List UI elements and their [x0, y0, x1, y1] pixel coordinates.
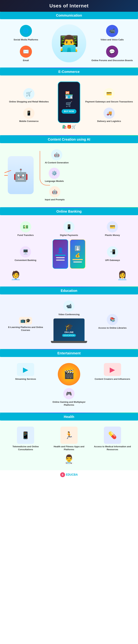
laptop-base: [51, 341, 87, 343]
digital-payments-item: 📱 Digital Payments: [49, 221, 90, 237]
ai-curve-decoration: [40, 151, 50, 186]
digital-payments-label: Digital Payments: [60, 234, 78, 237]
banking-header: Online Banking: [0, 208, 138, 215]
buy-button: BUY NOW: [62, 109, 76, 114]
upi-icon: 📲: [107, 246, 118, 258]
delivery-icon: 🚚: [104, 108, 115, 119]
mobile-commerce-icon: 📱: [23, 108, 34, 119]
medical-info-label: Access to Medical Information and Resour…: [92, 445, 133, 451]
social-media-item: 🌐 Social Media Platforms: [14, 25, 38, 41]
libraries-icon: 📚: [107, 314, 118, 325]
edu-center: 📹 Video Conferencing 🎓 ON-LINE EDUCATION: [49, 300, 90, 343]
convenient-banking-label: Convenient Banking: [15, 259, 36, 262]
ai-section: 🤖 🤖 AI Content Generation: [0, 143, 138, 207]
plastic-money-item: 💳 Plastic Money: [92, 221, 133, 237]
banking-section: 💵 Fund Transfers 📱 Digital Payments 💳 Pl…: [0, 215, 138, 286]
email-icon: ✉️: [20, 46, 32, 58]
streaming-icon: ▶: [17, 363, 34, 376]
health-fitness-item: 🏃 Health and Fitness Apps and Platforms …: [49, 426, 90, 464]
robot-illustration: 🤖: [5, 156, 36, 194]
telemedicine-item: 📱 Telemedicine and Online Consultations: [5, 426, 46, 451]
health-fitness-label: Health and Fitness Apps and Platforms: [49, 445, 90, 451]
input-prompts-label: Input and Prompts: [45, 198, 65, 201]
education-section: 📺🎓 E-Learning Platforms and Online Cours…: [0, 294, 138, 349]
education-header: Education: [0, 287, 138, 294]
gaming-icon: 🎮: [63, 388, 75, 399]
elearning-icon: 📺🎓: [19, 317, 32, 324]
logo-letter: E: [60, 472, 65, 477]
fund-transfers-item: 💵 Fund Transfers: [5, 221, 46, 237]
mobile-commerce-item: 📱 Mobile Commerce: [19, 108, 39, 123]
shop-icon: 🏪: [65, 91, 73, 99]
ai-header: Content Creation using AI: [0, 136, 138, 143]
digital-payments-icon: 📱: [63, 221, 75, 232]
video-calls-item: 📹 Video and Voice Calls: [101, 25, 124, 41]
person-illustration: 👨‍💻: [52, 24, 86, 62]
convenient-banking-item: 🖥️ Convenient Banking: [5, 246, 46, 262]
forums-label: Online Forums and Discussion Boards: [91, 59, 133, 62]
content-creators-icon: ▶: [104, 363, 121, 376]
edu-right: 📚 Access to Online Libraries: [92, 314, 133, 330]
video-calls-label: Video and Voice Calls: [101, 38, 124, 41]
medical-info-item: 💊 Access to Medical Information and Reso…: [92, 426, 133, 451]
fund-transfers-label: Fund Transfers: [17, 234, 34, 237]
plastic-money-icon: 💳: [107, 221, 118, 232]
video-conf-item: 📹 Video Conferencing: [58, 300, 80, 316]
libraries-label: Access to Online Libraries: [98, 326, 127, 330]
entertainment-header: Entertainment: [0, 350, 138, 357]
video-conf-label: Video Conferencing: [58, 313, 80, 316]
banking-people: 🧑‍💼 👩‍💼: [5, 270, 133, 280]
video-conf-icon: 📹: [63, 300, 75, 312]
online-shopping-item: 🛒 Online Shopping and Retail Websites: [9, 88, 49, 103]
communication-section: 🌐 Social Media Platforms ✉️ Email 👨‍💻 📹: [0, 19, 138, 68]
doctor-illustration: 👨‍⚕️: [64, 454, 74, 464]
telemedicine-label: Telemedicine and Online Consultations: [5, 445, 46, 451]
email-item: ✉️ Email: [20, 46, 32, 62]
brand-logo: E EDUCBA: [60, 472, 78, 477]
laptop-illustration: 🎓 ON-LINE EDUCATION: [51, 318, 87, 343]
entertainment-section: ▶ Streaming Services 🎬 🎮 Online Gaming a…: [0, 357, 138, 412]
social-media-icon: 🌐: [20, 25, 32, 37]
gaming-label: Online Gaming and Multiplayer Platforms: [49, 401, 90, 406]
medical-info-icon: 💊: [104, 426, 121, 444]
convenient-banking-icon: 🖥️: [20, 246, 31, 258]
streaming-label: Streaming Services: [15, 378, 36, 381]
forums-icon: 💬: [106, 46, 118, 58]
ecommerce-section: 🛒 Online Shopping and Retail Websites 📱 …: [0, 76, 138, 135]
elearning-label: E-Learning Platforms and Online Courses: [5, 326, 46, 332]
main-title: Uses of Internet: [0, 0, 138, 12]
banking-phones-illustration: 👤 ⬇️ 💰: [48, 239, 90, 269]
shopping-bags: 🛍️🎁🛒: [62, 125, 76, 129]
film-circle: 🎬: [58, 363, 80, 386]
ai-content-icon: 🤖: [51, 149, 62, 160]
upi-label: UPI Gateways: [105, 259, 120, 262]
payment-icon: 💳: [104, 88, 115, 99]
gaming-item: 🎮 Online Gaming and Multiplayer Platform…: [49, 388, 90, 406]
forums-item: 💬 Online Forums and Discussion Boards: [91, 46, 133, 62]
input-prompts-icon: 🤖: [49, 186, 60, 198]
health-header: Health: [0, 413, 138, 420]
phone-center: 🏪 🛒 BUY NOW 🛍️🎁🛒: [55, 82, 83, 129]
brand-name: EDUCBA: [66, 473, 78, 476]
payment-gateway-item: 💳 Payment Gateways and Secure Transactio…: [85, 88, 133, 103]
content-creators-label: Content Creators and Influencers: [95, 378, 130, 381]
content-creators-item: ▶ Content Creators and Influencers: [92, 363, 133, 381]
email-label: Email: [23, 59, 29, 62]
delivery-item: 🚚 Delivery and Logistics: [97, 108, 121, 123]
social-media-label: Social Media Platforms: [14, 38, 38, 41]
footer: E EDUCBA: [0, 470, 138, 479]
elearning-item: 📺🎓 E-Learning Platforms and Online Cours…: [5, 317, 46, 332]
mobile-commerce-label: Mobile Commerce: [19, 120, 39, 123]
input-prompts-item: 🤖 Input and Prompts: [45, 186, 133, 201]
health-fitness-icon: 🏃: [60, 426, 78, 444]
entertainment-center: 🎬 🎮 Online Gaming and Multiplayer Platfo…: [49, 363, 90, 406]
online-libraries-item: 📚 Access to Online Libraries: [98, 314, 127, 330]
delivery-label: Delivery and Logistics: [97, 120, 121, 123]
payment-label: Payment Gateways and Secure Transactions: [85, 100, 133, 103]
streaming-item: ▶ Streaming Services: [5, 363, 46, 381]
shopping-label: Online Shopping and Retail Websites: [9, 100, 49, 103]
fund-transfers-icon: 💵: [20, 221, 31, 232]
phone-mockup: 🏪 🛒 BUY NOW: [58, 82, 80, 123]
language-models-icon: ⚙️: [49, 168, 60, 179]
ecommerce-header: E-Commerce: [0, 68, 138, 76]
